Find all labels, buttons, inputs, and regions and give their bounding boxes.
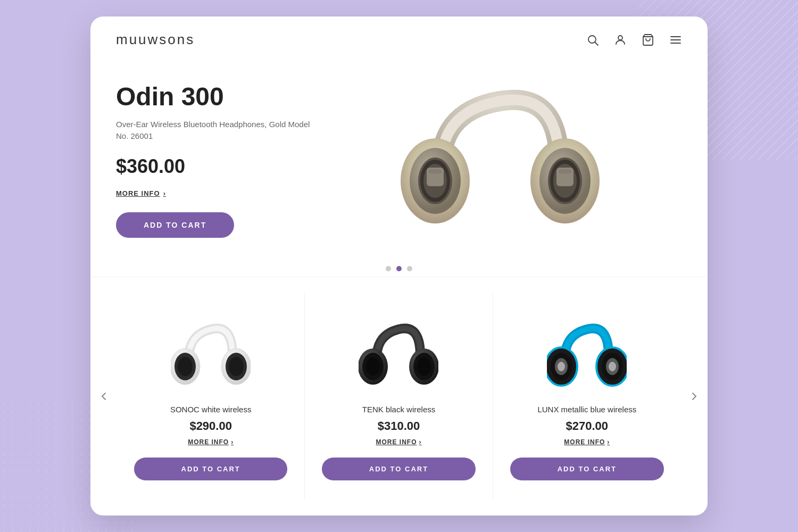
- hero-content: Odin 300 Over-Ear Wireless Bluetooth Hea…: [116, 82, 318, 238]
- prev-arrow[interactable]: [90, 383, 117, 410]
- product-card-3: LUNX metallic blue wireless $270.00 MORE…: [493, 293, 681, 500]
- search-icon[interactable]: [586, 34, 599, 46]
- product-image-3: [547, 309, 627, 394]
- product-more-info-1[interactable]: MORE INFO ›: [188, 438, 234, 446]
- header: muuwsons: [90, 16, 708, 48]
- product-price-3: $270.00: [566, 419, 609, 433]
- hero-price: $360.00: [116, 155, 318, 178]
- product-name-2: TENK black wireless: [362, 405, 436, 414]
- products-grid: SONOC white wireless $290.00 MORE INFO ›…: [117, 293, 681, 500]
- product-add-to-cart-2[interactable]: ADD TO CART: [322, 458, 475, 480]
- cart-icon[interactable]: [642, 34, 654, 46]
- user-icon[interactable]: [614, 34, 627, 46]
- hero-image: [318, 69, 682, 250]
- carousel-dot-2[interactable]: [396, 266, 402, 271]
- product-add-to-cart-3[interactable]: ADD TO CART: [510, 458, 664, 480]
- product-image-1: [171, 309, 251, 394]
- svg-point-37: [558, 362, 565, 371]
- product-add-to-cart-1[interactable]: ADD TO CART: [134, 458, 287, 480]
- brand-logo: muuwsons: [116, 31, 195, 48]
- product-image-2: [359, 309, 438, 394]
- product-name-1: SONOC white wireless: [170, 405, 252, 414]
- main-card: muuwsons Odin 300 Over-Ear Wireless Blue…: [90, 16, 708, 516]
- svg-point-26: [229, 357, 244, 376]
- next-arrow[interactable]: [681, 383, 708, 410]
- carousel-dots: [90, 266, 708, 277]
- header-icons: [586, 34, 682, 46]
- product-card-2: TENK black wireless $310.00 MORE INFO › …: [305, 293, 493, 500]
- carousel-dot-3[interactable]: [407, 266, 412, 271]
- svg-point-20: [553, 164, 577, 198]
- svg-point-2: [618, 36, 622, 40]
- hero-subtitle: Over-Ear Wireless Bluetooth Headphones, …: [116, 119, 318, 143]
- hero-title: Odin 300: [116, 82, 318, 111]
- svg-point-42: [609, 362, 616, 371]
- product-more-info-2[interactable]: MORE INFO ›: [376, 438, 421, 446]
- product-card-1: SONOC white wireless $290.00 MORE INFO ›…: [117, 293, 305, 500]
- carousel-dot-1[interactable]: [386, 266, 391, 271]
- svg-point-19: [423, 164, 447, 198]
- products-section: SONOC white wireless $290.00 MORE INFO ›…: [90, 277, 708, 516]
- hero-add-to-cart-button[interactable]: ADD TO CART: [116, 212, 234, 238]
- svg-point-29: [366, 358, 380, 376]
- hero-section: Odin 300 Over-Ear Wireless Bluetooth Hea…: [90, 48, 708, 266]
- menu-icon[interactable]: [669, 34, 682, 46]
- svg-line-1: [595, 42, 598, 45]
- product-more-info-3[interactable]: MORE INFO ›: [564, 438, 610, 446]
- product-name-3: LUNX metallic blue wireless: [537, 405, 636, 414]
- product-price-1: $290.00: [189, 419, 232, 433]
- svg-point-32: [417, 358, 431, 376]
- svg-point-23: [178, 357, 193, 376]
- product-price-2: $310.00: [378, 419, 420, 433]
- hero-more-info-link[interactable]: MORE INFO ›: [116, 189, 166, 197]
